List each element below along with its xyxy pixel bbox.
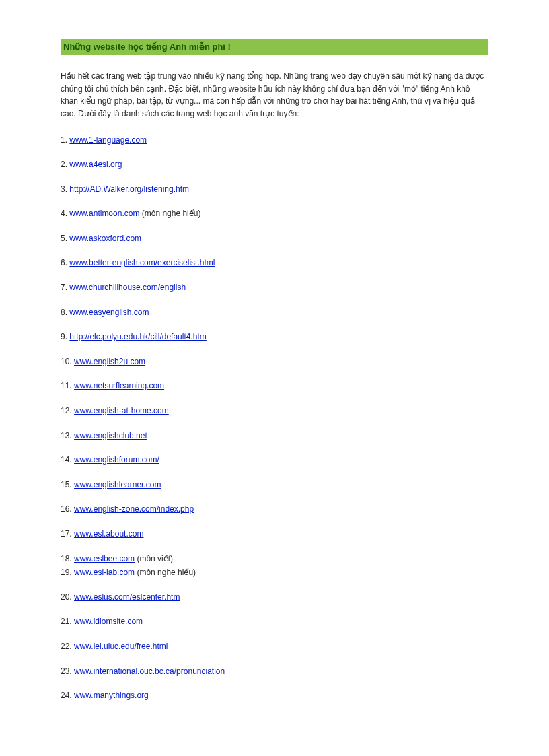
list-item: 10. www.english2u.com [61, 355, 488, 368]
list-item: 18. www.eslbee.com (môn viết) [61, 553, 488, 565]
item-number: 24 [61, 691, 69, 700]
item-number: 4 [61, 209, 65, 218]
item-number: 10 [61, 357, 69, 366]
website-link[interactable]: www.esl.about.com [74, 529, 143, 539]
list-item: 22. www.iei.uiuc.edu/free.html [61, 640, 488, 653]
list-item: 16. www.english-zone.com/index.php [61, 503, 488, 516]
website-link[interactable]: www.english-at-home.com [74, 406, 169, 415]
title-bar: Những website học tiếng Anh miễn phí ! [61, 39, 488, 55]
item-number: 9 [61, 332, 65, 341]
item-annotation: (môn viết) [135, 554, 173, 563]
website-link[interactable]: www.englishclub.net [74, 431, 147, 440]
list-item: 15. www.englishlearner.com [61, 479, 488, 491]
website-list: 1. www.1-language.com 2. www.a4esl.org 3… [61, 134, 488, 702]
list-item: 7. www.churchillhouse.com/english [61, 281, 488, 294]
list-item: 24. www.manythings.org [61, 689, 488, 702]
list-item: 11. www.netsurflearning.com [61, 380, 488, 392]
list-item: 3. http://AD.Walker.org/listening.htm [61, 183, 488, 196]
website-link[interactable]: www.a4esl.org [69, 160, 122, 169]
list-item: 17. www.esl.about.com [61, 528, 488, 541]
list-item: 8. www.easyenglish.com [61, 306, 488, 319]
website-link[interactable]: www.englishlearner.com [74, 480, 161, 489]
intro-paragraph: Hầu hết các trang web tập trung vào nhiề… [61, 70, 488, 120]
item-number: 6 [61, 258, 65, 267]
list-item: 13. www.englishclub.net [61, 429, 488, 442]
list-item: 21. www.idiomsite.com [61, 615, 488, 628]
list-item: 6. www.better-english.com/exerciselist.h… [61, 256, 488, 269]
website-link[interactable]: http://elc.polyu.edu.hk/cill/default4.ht… [69, 332, 206, 341]
item-number: 21 [61, 617, 69, 626]
website-link[interactable]: www.askoxford.com [69, 234, 141, 243]
website-link[interactable]: http://AD.Walker.org/listening.htm [69, 184, 189, 194]
list-item: 9. http://elc.polyu.edu.hk/cill/default4… [61, 331, 488, 343]
website-link[interactable]: www.esl-lab.com [74, 568, 135, 577]
item-number: 17 [61, 529, 69, 539]
website-link[interactable]: www.eslbee.com [74, 554, 135, 563]
item-number: 5 [61, 234, 65, 243]
website-link[interactable]: www.iei.uiuc.edu/free.html [74, 642, 168, 651]
website-link[interactable]: www.churchillhouse.com/english [69, 283, 186, 292]
website-link[interactable]: www.eslus.com/eslcenter.htm [74, 592, 180, 602]
website-link[interactable]: www.english-zone.com/index.php [74, 504, 194, 514]
item-number: 3 [61, 184, 65, 194]
list-item: 5. www.askoxford.com [61, 232, 488, 245]
item-annotation: (môn nghe hiểu) [135, 568, 196, 577]
item-number: 13 [61, 431, 69, 440]
list-item: 19. www.esl-lab.com (môn nghe hiểu) [61, 566, 488, 579]
website-link[interactable]: www.easyenglish.com [69, 308, 149, 317]
website-link[interactable]: www.better-english.com/exerciselist.html [69, 258, 215, 267]
item-number: 2 [61, 160, 65, 169]
website-link[interactable]: www.antimoon.com [69, 209, 139, 218]
website-link[interactable]: www.international.ouc.bc.ca/pronunciatio… [74, 666, 225, 676]
website-link[interactable]: www.netsurflearning.com [74, 381, 164, 390]
website-link[interactable]: www.1-language.com [69, 135, 147, 145]
item-number: 19 [61, 568, 69, 577]
item-number: 12 [61, 406, 69, 415]
page-title: Những website học tiếng Anh miễn phí ! [63, 42, 231, 52]
item-number: 7 [61, 283, 65, 292]
list-item: 20. www.eslus.com/eslcenter.htm [61, 591, 488, 604]
item-number: 18 [61, 554, 69, 563]
list-item: 12. www.english-at-home.com [61, 405, 488, 417]
item-number: 8 [61, 308, 65, 317]
item-number: 11 [61, 381, 69, 390]
item-number: 20 [61, 592, 69, 602]
item-number: 23 [61, 666, 69, 676]
item-number: 22 [61, 642, 69, 651]
list-item: 2. www.a4esl.org [61, 158, 488, 171]
list-item: 23. www.international.ouc.bc.ca/pronunci… [61, 665, 488, 678]
list-item: 4. www.antimoon.com (môn nghe hiểu) [61, 207, 488, 220]
website-link[interactable]: www.manythings.org [74, 691, 149, 700]
item-annotation: (môn nghe hiểu) [139, 209, 200, 218]
website-link[interactable]: www.english2u.com [74, 357, 145, 366]
item-number: 14 [61, 455, 69, 465]
list-item: 1. www.1-language.com [61, 134, 488, 147]
website-link[interactable]: www.englishforum.com/ [74, 455, 159, 465]
item-number: 16 [61, 504, 69, 514]
item-number: 1 [61, 135, 65, 145]
website-link[interactable]: www.idiomsite.com [74, 617, 143, 626]
item-number: 15 [61, 480, 69, 489]
list-item: 14. www.englishforum.com/ [61, 454, 488, 467]
